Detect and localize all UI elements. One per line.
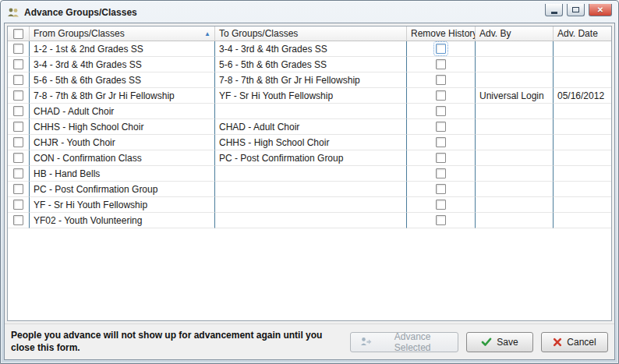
remove-history-cell — [407, 182, 476, 197]
select-all-header-cell — [8, 27, 30, 41]
to-cell — [215, 166, 407, 182]
column-header-from-label: From Groups/Classes — [34, 28, 125, 39]
remove-history-cell — [407, 119, 476, 135]
row-select-checkbox[interactable] — [13, 184, 23, 194]
sort-ascending-icon: ▲ — [201, 30, 210, 37]
remove-history-checkbox[interactable] — [436, 215, 446, 225]
row-select-cell — [8, 150, 30, 166]
table-row[interactable]: PC - Post Confirmation Group — [8, 182, 611, 197]
row-select-checkbox[interactable] — [13, 75, 23, 85]
row-select-checkbox[interactable] — [13, 215, 23, 225]
adv-by-cell — [476, 166, 554, 182]
dialog-client-area: From Groups/Classes ▲ To Groups/Classes … — [4, 23, 615, 360]
adv-by-cell — [476, 57, 554, 72]
remove-history-checkbox[interactable] — [436, 106, 446, 116]
remove-history-cell — [407, 72, 476, 88]
from-cell: 3-4 - 3rd & 4th Grades SS — [30, 57, 215, 72]
row-select-checkbox[interactable] — [13, 168, 23, 178]
footer-note: People you advance will not show up for … — [11, 330, 342, 354]
remove-history-checkbox[interactable] — [436, 200, 446, 210]
table-row[interactable]: YF - Sr Hi Youth Fellowship — [8, 197, 611, 213]
maximize-button[interactable] — [567, 4, 585, 16]
table-row[interactable]: HB - Hand Bells — [8, 166, 611, 182]
column-header-adv-by[interactable]: Adv. By — [476, 27, 554, 41]
table-row[interactable]: YF02 - Youth Volunteering — [8, 213, 611, 228]
from-cell: HB - Hand Bells — [30, 166, 215, 182]
select-all-checkbox[interactable] — [13, 29, 23, 39]
column-header-to[interactable]: To Groups/Classes — [215, 27, 407, 41]
table-row[interactable]: 5-6 - 5th & 6th Grades SS7-8 - 7th & 8th… — [8, 72, 611, 88]
remove-history-checkbox[interactable] — [436, 168, 446, 178]
to-cell: YF - Sr Hi Youth Fellowship — [215, 88, 407, 104]
column-header-adv-date[interactable]: Adv. Date — [554, 27, 611, 41]
adv-date-cell — [554, 57, 611, 72]
remove-history-cell — [407, 41, 476, 57]
row-select-checkbox[interactable] — [13, 106, 23, 116]
maximize-icon — [572, 7, 579, 12]
from-cell: YF02 - Youth Volunteering — [30, 213, 215, 228]
row-select-cell — [8, 88, 30, 104]
row-select-cell — [8, 166, 30, 182]
column-header-to-label: To Groups/Classes — [219, 28, 298, 39]
remove-history-checkbox[interactable] — [436, 59, 446, 69]
remove-history-checkbox[interactable] — [436, 184, 446, 194]
remove-history-checkbox[interactable] — [436, 44, 446, 54]
footer-bar: People you advance will not show up for … — [5, 323, 614, 359]
adv-by-cell — [476, 72, 554, 88]
from-cell: YF - Sr Hi Youth Fellowship — [30, 197, 215, 213]
adv-date-cell — [554, 41, 611, 57]
remove-history-checkbox[interactable] — [436, 137, 446, 147]
close-button[interactable]: ✕ — [589, 4, 612, 16]
table-row[interactable]: 1-2 - 1st & 2nd Grades SS3-4 - 3rd & 4th… — [8, 41, 611, 57]
row-select-checkbox[interactable] — [13, 59, 23, 69]
to-cell: 3-4 - 3rd & 4th Grades SS — [215, 41, 407, 57]
adv-by-cell — [476, 182, 554, 197]
row-select-cell — [8, 182, 30, 197]
remove-history-cell — [407, 104, 476, 119]
adv-by-cell — [476, 104, 554, 119]
cancel-button[interactable]: Cancel — [541, 332, 608, 352]
row-select-checkbox[interactable] — [13, 153, 23, 163]
remove-history-checkbox[interactable] — [436, 122, 446, 132]
column-header-remove-history[interactable]: Remove History — [407, 27, 476, 41]
remove-history-checkbox[interactable] — [436, 90, 446, 101]
row-select-checkbox[interactable] — [13, 122, 23, 132]
to-cell — [215, 104, 407, 119]
row-select-checkbox[interactable] — [13, 90, 23, 101]
close-icon: ✕ — [597, 6, 603, 14]
row-select-cell — [8, 41, 30, 57]
row-select-checkbox[interactable] — [13, 200, 23, 210]
adv-date-cell — [554, 166, 611, 182]
advance-selected-button[interactable]: Advance Selected — [350, 332, 458, 352]
from-cell: CHHS - High School Choir — [30, 119, 215, 135]
minimize-button[interactable] — [545, 4, 563, 16]
adv-by-cell — [476, 119, 554, 135]
row-select-checkbox[interactable] — [13, 137, 23, 147]
adv-date-cell — [554, 150, 611, 166]
table-row[interactable]: CHAD - Adult Choir — [8, 104, 611, 119]
table-header-row: From Groups/Classes ▲ To Groups/Classes … — [8, 27, 611, 41]
advance-selected-label: Advance Selected — [377, 331, 448, 353]
table-row[interactable]: CON - Confirmation ClassPC - Post Confir… — [8, 150, 611, 166]
remove-history-checkbox[interactable] — [436, 75, 446, 85]
adv-date-cell — [554, 119, 611, 135]
adv-date-cell — [554, 213, 611, 228]
remove-history-checkbox[interactable] — [436, 153, 446, 163]
table-row[interactable]: 7-8 - 7th & 8th Gr Jr Hi FellowshipYF - … — [8, 88, 611, 104]
column-header-from[interactable]: From Groups/Classes ▲ — [30, 27, 215, 41]
cancel-label: Cancel — [567, 337, 596, 348]
remove-history-cell — [407, 150, 476, 166]
from-cell: 5-6 - 5th & 6th Grades SS — [30, 72, 215, 88]
table-row[interactable]: CHJR - Youth ChoirCHHS - High School Cho… — [8, 135, 611, 150]
advance-person-icon — [360, 337, 372, 347]
row-select-checkbox[interactable] — [13, 44, 23, 54]
remove-history-cell — [407, 135, 476, 150]
table-row[interactable]: 3-4 - 3rd & 4th Grades SS5-6 - 5th & 6th… — [8, 57, 611, 72]
save-button[interactable]: Save — [466, 332, 533, 352]
to-cell — [215, 213, 407, 228]
window-controls: ✕ — [545, 4, 612, 16]
table-row[interactable]: CHHS - High School ChoirCHAD - Adult Cho… — [8, 119, 611, 135]
adv-by-cell — [476, 150, 554, 166]
row-select-cell — [8, 213, 30, 228]
cancel-x-icon — [553, 337, 562, 347]
